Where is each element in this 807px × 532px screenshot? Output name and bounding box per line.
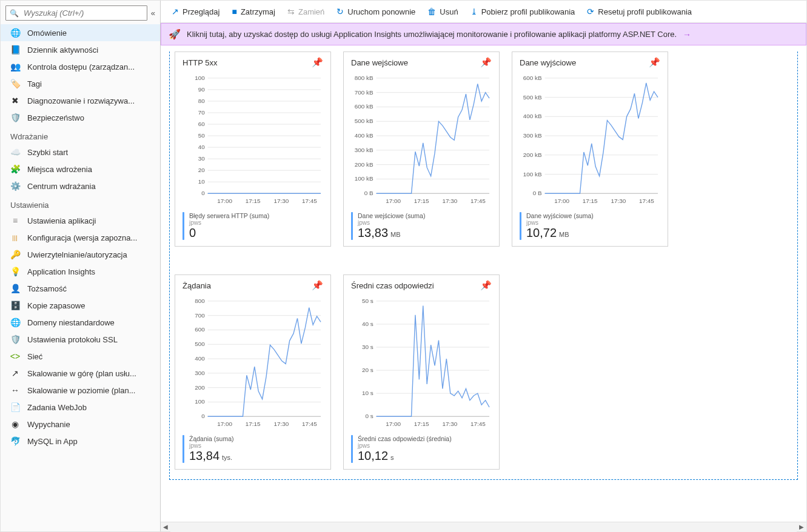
svg-text:30: 30 [198, 155, 206, 162]
sidebar-item[interactable]: ≡Ustawienia aplikacji [1, 212, 160, 229]
scroll-left-icon[interactable]: ◀ [161, 522, 170, 532]
sidebar-item[interactable]: 💡Application Insights [1, 263, 160, 280]
card-title: Średni czas odpowiedzi [351, 281, 434, 290]
metric-value: 10,12s [358, 449, 452, 463]
svg-text:800 kB: 800 kB [355, 75, 373, 81]
card-title: Dane wejściowe [351, 58, 408, 67]
sidebar-item-icon: 🛡️ [10, 334, 20, 344]
svg-text:100: 100 [195, 75, 205, 81]
scroll-right-icon[interactable]: ▶ [797, 522, 806, 532]
svg-text:500 kB: 500 kB [355, 118, 373, 124]
banner-text: Kliknij tutaj, aby uzyskać dostęp do usł… [187, 30, 677, 39]
sidebar-item[interactable]: 🌐Omówienie [1, 24, 160, 41]
collapse-sidebar-icon[interactable]: « [151, 8, 155, 18]
svg-text:40 s: 40 s [362, 321, 373, 327]
card-title: HTTP 5xx [182, 58, 218, 67]
sidebar-item[interactable]: 🏷️Tagi [1, 75, 160, 92]
card-title: Dane wyjściowe [520, 58, 576, 67]
sidebar-item-icon: ⫼ [10, 233, 20, 242]
cmd-button[interactable]: ↗Przeglądaj [168, 4, 223, 19]
sidebar-item[interactable]: ⚙️Centrum wdrażania [1, 178, 160, 195]
pin-icon[interactable]: 📌 [312, 57, 323, 68]
search-input[interactable] [22, 8, 143, 18]
sidebar-item-label: Tożsamość [27, 284, 67, 293]
sidebar-search[interactable]: 🔍 [5, 5, 147, 21]
pin-icon[interactable]: 📌 [312, 280, 323, 291]
sidebar-item-label: Skalowanie w poziomie (plan... [27, 386, 135, 395]
svg-text:17:45: 17:45 [470, 421, 486, 427]
sidebar-item-label: Miejsca wdrożenia [27, 165, 92, 174]
metric-card[interactable]: HTTP 5xx 📌 010203040506070809010017:0017… [175, 52, 331, 247]
app-insights-banner[interactable]: 🚀 Kliknij tutaj, aby uzyskać dostęp do u… [161, 23, 806, 45]
metrics-container: HTTP 5xx 📌 010203040506070809010017:0017… [169, 52, 798, 480]
cmd-icon: ⟳ [587, 7, 594, 16]
sidebar-item-icon: ↗ [10, 368, 20, 378]
chart: 010203040506070809010017:0017:1517:3017:… [175, 70, 330, 210]
sidebar-item-label: Uwierzytelnianie/autoryzacja [27, 250, 127, 259]
sidebar-item-label: Ustawienia protokołu SSL [27, 335, 118, 344]
sidebar-item-icon: 🌐 [10, 318, 20, 327]
sidebar-item[interactable]: 📘Dziennik aktywności [1, 41, 160, 58]
sidebar-item[interactable]: ✖Diagnozowanie i rozwiązywa... [1, 92, 160, 109]
svg-text:60: 60 [198, 121, 206, 127]
sidebar-item[interactable]: 👥Kontrola dostępu (zarządzan... [1, 58, 160, 75]
chart: 0 B100 kB200 kB300 kB400 kB500 kB600 kB1… [512, 70, 668, 210]
sidebar-group-label: Ustawienia [1, 195, 160, 212]
sidebar-item[interactable]: <>Sieć [1, 348, 160, 365]
svg-text:30 s: 30 s [362, 344, 373, 350]
metric-card[interactable]: Dane wejściowe 📌 0 B100 kB200 kB300 kB40… [343, 52, 500, 247]
sidebar-item[interactable]: ↗Skalowanie w górę (plan usłu... [1, 365, 160, 382]
arrow-right-icon: → [683, 30, 691, 39]
metric-card[interactable]: Średni czas odpowiedzi 📌 0 s10 s20 s30 s… [343, 274, 500, 470]
svg-text:17:15: 17:15 [414, 421, 429, 427]
pin-icon[interactable]: 📌 [649, 57, 660, 68]
svg-text:90: 90 [198, 86, 206, 93]
cmd-icon: ⇆ [287, 7, 295, 16]
cmd-label: Uruchom ponownie [347, 7, 415, 16]
sidebar-item[interactable]: 🛡️Ustawienia protokołu SSL [1, 331, 160, 348]
cmd-button[interactable]: ⟳Resetuj profil publikowania [583, 4, 695, 19]
sidebar-item-label: Szybki start [27, 148, 68, 157]
pin-icon[interactable]: 📌 [480, 57, 492, 68]
svg-text:100 kB: 100 kB [355, 175, 373, 182]
cmd-button[interactable]: ⤓Pobierz profil publikowania [467, 4, 579, 19]
sidebar-item[interactable]: ↔Skalowanie w poziomie (plan... [1, 382, 160, 399]
horizontal-scrollbar[interactable]: ◀ ▶ [161, 522, 806, 531]
metric-card[interactable]: Dane wyjściowe 📌 0 B100 kB200 kB300 kB40… [512, 52, 668, 247]
cmd-button[interactable]: ■Zatrzymaj [228, 4, 279, 19]
sidebar-item[interactable]: ☁️Szybki start [1, 144, 160, 161]
sidebar-item[interactable]: 🌐Domeny niestandardowe [1, 314, 160, 331]
metric-card[interactable]: Żądania 📌 010020030040050060070080017:00… [175, 274, 331, 470]
sidebar-item-icon: 🗄️ [10, 301, 20, 310]
metric-summary: Żądania (suma) jpws 13,84tys. [175, 433, 330, 469]
sidebar-item[interactable]: 🧩Miejsca wdrożenia [1, 161, 160, 178]
sidebar-item[interactable]: ◉Wypychanie [1, 416, 160, 433]
sidebar-item-label: Dziennik aktywności [27, 45, 98, 55]
sidebar-item[interactable]: 🔑Uwierzytelnianie/autoryzacja [1, 246, 160, 263]
sidebar-item[interactable]: 👤Tożsamość [1, 280, 160, 297]
cmd-label: Zatrzymaj [241, 7, 275, 16]
cmd-button[interactable]: ↻Uruchom ponownie [333, 4, 419, 19]
svg-text:17:30: 17:30 [611, 198, 626, 204]
sidebar: 🔍 « 🌐Omówienie📘Dziennik aktywności👥Kontr… [1, 1, 161, 531]
sidebar-item[interactable]: 🗄️Kopie zapasowe [1, 297, 160, 314]
sidebar-item-label: Kopie zapasowe [27, 301, 85, 310]
svg-text:0 B: 0 B [533, 190, 542, 196]
search-icon: 🔍 [10, 9, 19, 18]
cmd-button[interactable]: 🗑Usuń [424, 4, 461, 19]
svg-text:17:30: 17:30 [442, 421, 457, 427]
svg-text:200 kB: 200 kB [355, 161, 373, 168]
metric-value: 13,84tys. [189, 449, 234, 463]
sidebar-item[interactable]: 🐬MySQL in App [1, 433, 160, 450]
sidebar-item-icon: 📄 [10, 402, 20, 412]
pin-icon[interactable]: 📌 [480, 280, 492, 291]
metric-value: 0 [189, 226, 269, 240]
sidebar-item[interactable]: 📄Zadania WebJob [1, 399, 160, 416]
content-scroll[interactable]: HTTP 5xx 📌 010203040506070809010017:0017… [161, 45, 806, 522]
sidebar-item[interactable]: ⫼Konfiguracja (wersja zapozna... [1, 229, 160, 246]
sidebar-item[interactable]: 🛡️Bezpieczeństwo [1, 109, 160, 126]
cmd-icon: ↻ [337, 7, 344, 16]
metric-subtext: jpws [358, 442, 452, 449]
svg-text:0: 0 [201, 413, 205, 419]
cmd-label: Usuń [440, 7, 458, 16]
